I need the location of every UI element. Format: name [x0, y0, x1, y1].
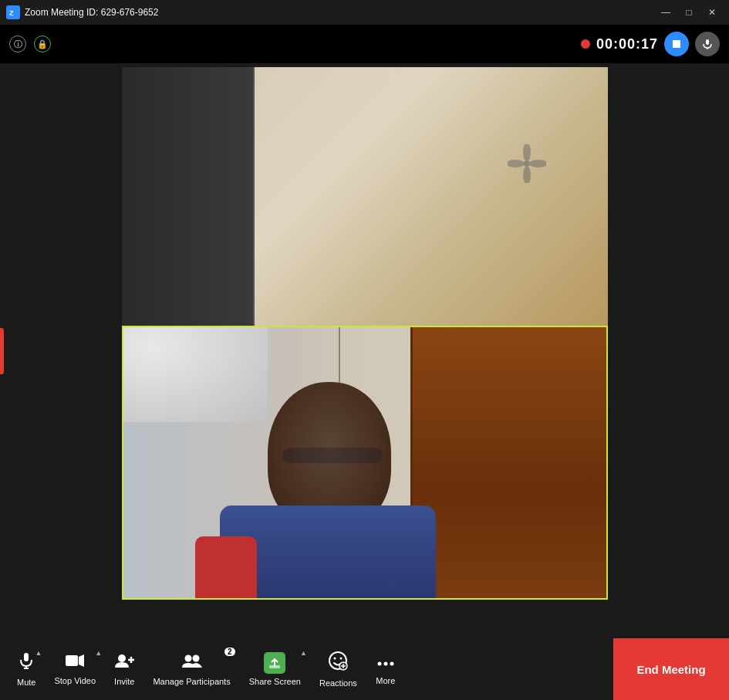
svg-rect-21: [269, 665, 280, 668]
side-indicator: [0, 328, 4, 374]
svg-rect-10: [24, 653, 29, 661]
video-caret[interactable]: ▲: [95, 649, 102, 657]
svg-marker-14: [79, 654, 84, 667]
room-bg: [253, 67, 608, 326]
share-caret[interactable]: ▲: [300, 649, 307, 657]
lock-icon[interactable]: 🔒: [34, 36, 51, 52]
svg-point-18: [184, 655, 191, 662]
manage-participants-button[interactable]: 2 Manage Participants: [143, 638, 239, 700]
more-icon: [376, 653, 396, 673]
more-button[interactable]: More: [366, 638, 405, 700]
fan-area: [508, 144, 546, 183]
end-meeting-button[interactable]: End Meeting: [613, 638, 729, 700]
stop-video-label: Stop Video: [54, 676, 96, 685]
svg-point-7: [529, 160, 546, 167]
audio-button[interactable]: [695, 32, 720, 56]
mute-icon: [17, 651, 35, 675]
dark-left: [122, 67, 253, 326]
person-glasses: [282, 448, 383, 463]
person-red-cloth: [195, 536, 257, 598]
title-left: Z Zoom Meeting ID: 629-676-9652: [6, 5, 158, 19]
svg-point-6: [523, 144, 531, 161]
svg-point-30: [390, 662, 393, 666]
svg-point-5: [524, 161, 530, 167]
svg-point-28: [377, 662, 381, 666]
reactions-button[interactable]: Reactions: [310, 638, 366, 700]
video-area: [0, 63, 729, 638]
minimize-button[interactable]: —: [655, 5, 677, 20]
share-screen-button[interactable]: Share Screen ▲: [240, 638, 310, 700]
share-screen-icon: [264, 652, 285, 674]
top-video-panel: [122, 67, 608, 326]
title-text: Zoom Meeting ID: 629-676-9652: [25, 7, 158, 18]
participants-badge: 2: [224, 648, 235, 656]
close-button[interactable]: ✕: [701, 5, 723, 20]
toolbar: Mute ▲ Stop Video ▲ Invite: [0, 638, 729, 700]
mute-label: Mute: [17, 678, 35, 687]
manage-participants-label: Manage Participants: [153, 677, 230, 686]
svg-point-8: [523, 166, 531, 183]
svg-rect-3: [706, 39, 709, 45]
invite-label: Invite: [114, 677, 134, 686]
share-screen-label: Share Screen: [249, 677, 301, 686]
manage-participants-icon: [181, 652, 203, 674]
top-left-icons: ⓘ 🔒: [9, 36, 51, 52]
mute-caret[interactable]: ▲: [35, 649, 42, 657]
recording-dot: [581, 39, 590, 49]
maximize-button[interactable]: □: [678, 5, 700, 20]
svg-point-23: [334, 658, 336, 660]
svg-point-29: [383, 662, 387, 666]
invite-button[interactable]: Invite: [105, 638, 143, 700]
meeting-timer: 00:00:17: [596, 36, 658, 52]
svg-point-9: [508, 160, 525, 167]
stop-video-icon: [65, 653, 85, 673]
wall-line: [253, 67, 255, 326]
svg-rect-2: [673, 40, 680, 48]
curtain-right: [413, 327, 606, 598]
recording-area: 00:00:17: [581, 32, 720, 56]
reactions-icon: [328, 651, 348, 675]
window-controls: — □ ✕: [655, 5, 723, 20]
light-area: [123, 327, 268, 422]
bottom-video-panel: [122, 326, 608, 600]
svg-point-19: [192, 655, 199, 662]
info-icon[interactable]: ⓘ: [9, 36, 26, 52]
mute-button[interactable]: Mute ▲: [8, 638, 45, 700]
svg-text:Z: Z: [9, 9, 14, 17]
stop-recording-button[interactable]: [664, 32, 689, 56]
stop-video-button[interactable]: Stop Video ▲: [45, 638, 105, 700]
reactions-label: Reactions: [319, 678, 357, 688]
invite-icon: [114, 652, 134, 674]
svg-point-24: [340, 658, 343, 660]
more-label: More: [376, 676, 395, 685]
zoom-logo: Z: [6, 5, 20, 19]
svg-rect-13: [66, 655, 78, 666]
svg-point-15: [118, 654, 126, 662]
top-bar: ⓘ 🔒 00:00:17: [0, 25, 729, 63]
title-bar: Z Zoom Meeting ID: 629-676-9652 — □ ✕: [0, 0, 729, 25]
top-video-content: [122, 67, 608, 326]
